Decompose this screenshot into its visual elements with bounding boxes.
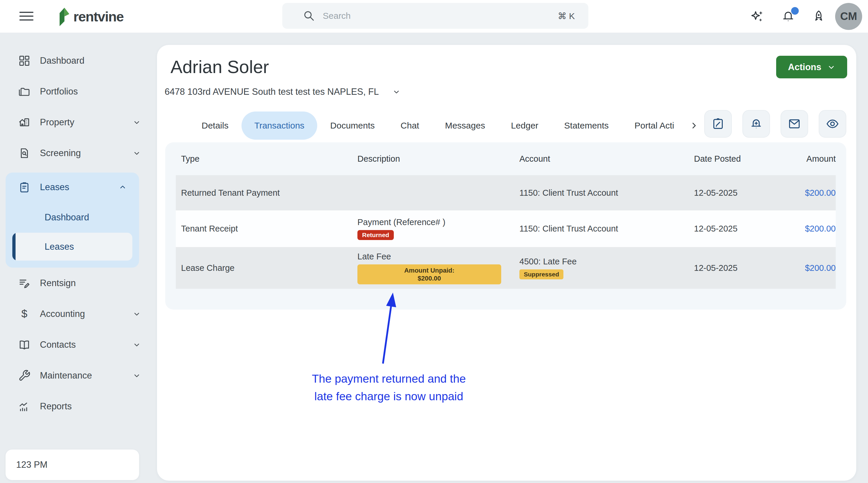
active-indicator-bar xyxy=(12,233,16,261)
topbar: rentvine Search ⌘ K CM xyxy=(0,0,868,33)
avatar-initials: CM xyxy=(840,10,857,23)
cell-type: Returned Tenant Payment xyxy=(176,188,358,198)
table-row[interactable]: Lease Charge Late Fee Amount Unpaid: $20… xyxy=(176,247,836,289)
sidebar-item-label: Rentsign xyxy=(40,278,76,289)
chart-icon xyxy=(18,400,31,413)
cell-date-posted: 12-05-2025 xyxy=(694,263,782,273)
rentvine-logo: rentvine xyxy=(55,6,124,26)
menu-icon[interactable] xyxy=(19,12,33,23)
table-row[interactable]: Tenant Receipt Payment (Reference# ) Ret… xyxy=(176,210,836,247)
sidebar-group-leases: Leases Dashboard Leases xyxy=(6,173,139,268)
sidebar-subitem-label: Dashboard xyxy=(44,212,89,223)
lease-address-selector[interactable]: 6478 103rd AVENUE South test test tes NA… xyxy=(165,87,401,97)
sidebar-subitem-leases-dashboard[interactable]: Dashboard xyxy=(6,202,139,233)
ai-sparkles-icon[interactable] xyxy=(750,9,765,24)
sidebar-item-screening[interactable]: Screening xyxy=(0,138,158,169)
column-header-description: Description xyxy=(358,154,519,164)
tab-label: Portal Acti xyxy=(634,121,674,130)
sidebar-clock: 123 PM xyxy=(6,450,139,480)
svg-text:$: $ xyxy=(22,308,27,320)
sidebar-item-label: Leases xyxy=(40,182,69,192)
sidebar-item-label: Maintenance xyxy=(40,370,92,381)
sidebar-item-rentsign[interactable]: Rentsign xyxy=(0,268,158,298)
actions-button-label: Actions xyxy=(788,62,822,72)
sidebar-item-contacts[interactable]: Contacts xyxy=(0,329,158,360)
lease-address: 6478 103rd AVENUE South test test tes NA… xyxy=(165,87,379,97)
tab-label: Ledger xyxy=(511,121,538,130)
account-text: 4500: Late Fee xyxy=(519,257,577,267)
tab-overflow-chevron-right-icon[interactable] xyxy=(689,120,699,131)
preview-button[interactable] xyxy=(819,110,846,138)
tab-documents[interactable]: Documents xyxy=(317,112,388,140)
send-mail-button[interactable] xyxy=(780,110,808,138)
sidebar-subitem-label: Leases xyxy=(44,241,74,252)
sidebar-item-maintenance[interactable]: Maintenance xyxy=(0,360,158,391)
chevron-down-icon xyxy=(132,118,142,127)
cell-date-posted: 12-05-2025 xyxy=(694,188,782,198)
sidebar-item-label: Screening xyxy=(40,148,81,158)
quick-action-buttons xyxy=(704,110,846,138)
sidebar-item-dashboard[interactable]: Dashboard xyxy=(0,45,158,76)
sidebar-subitem-leases-selected[interactable]: Leases xyxy=(12,233,132,261)
search-input[interactable]: Search ⌘ K xyxy=(282,3,588,29)
description-text: Payment (Reference# ) xyxy=(358,217,445,227)
tab-messages[interactable]: Messages xyxy=(432,112,498,140)
wrench-icon xyxy=(18,369,31,382)
sidebar-item-accounting[interactable]: $ Accounting xyxy=(0,298,158,329)
table-row[interactable]: Returned Tenant Payment 1150: Client Tru… xyxy=(176,175,836,210)
chevron-down-icon xyxy=(132,340,142,350)
add-reminder-button[interactable] xyxy=(742,110,770,138)
page-title: Adrian Soler xyxy=(170,57,269,77)
amount-link[interactable]: $200.00 xyxy=(805,188,836,198)
tab-details[interactable]: Details xyxy=(189,112,242,140)
sidebar-item-property[interactable]: Property xyxy=(0,107,158,138)
user-avatar[interactable]: CM xyxy=(835,3,862,30)
tab-label: Statements xyxy=(564,121,609,130)
sidebar-item-reports[interactable]: Reports xyxy=(0,391,158,422)
cell-type: Lease Charge xyxy=(176,263,358,273)
bell-plus-icon xyxy=(749,117,763,131)
rentsign-pen-icon xyxy=(18,277,31,289)
search-shortcut: ⌘ K xyxy=(558,11,575,21)
chevron-down-icon xyxy=(132,371,142,380)
chevron-down-icon xyxy=(392,87,401,96)
annotation-line-1: The payment returned and the xyxy=(280,370,497,388)
file-search-icon xyxy=(18,147,31,159)
cell-account: 4500: Late Fee Suppressed xyxy=(519,257,694,279)
sidebar-item-label: Portfolios xyxy=(40,86,78,97)
edit-note-button[interactable] xyxy=(704,110,732,138)
actions-button[interactable]: Actions xyxy=(776,56,847,78)
tab-ledger[interactable]: Ledger xyxy=(498,112,551,140)
tab-transactions[interactable]: Transactions xyxy=(242,112,317,140)
amount-unpaid-label: Amount Unpaid: xyxy=(404,267,454,274)
amount-unpaid-value: $200.00 xyxy=(417,275,441,282)
amount-link[interactable]: $200.00 xyxy=(805,263,836,273)
returned-badge: Returned xyxy=(358,230,394,240)
cell-account: 1150: Client Trust Account xyxy=(519,188,694,198)
property-house-icon xyxy=(18,116,31,128)
main-content-card: Adrian Soler 6478 103rd AVENUE South tes… xyxy=(157,45,856,481)
amount-link[interactable]: $200.00 xyxy=(805,224,836,233)
sidebar-item-leases[interactable]: Leases xyxy=(6,173,139,202)
cell-description: Late Fee Amount Unpaid: $200.00 xyxy=(358,252,519,284)
dollar-icon: $ xyxy=(18,308,31,320)
clipboard-icon xyxy=(18,181,31,193)
tab-label: Documents xyxy=(330,121,375,130)
cell-date-posted: 12-05-2025 xyxy=(694,224,782,234)
column-header-date-posted: Date Posted xyxy=(694,154,782,164)
table-header-row: Type Description Account Date Posted Amo… xyxy=(176,142,836,175)
tab-label: Chat xyxy=(401,121,419,130)
tab-portal-activity[interactable]: Portal Acti xyxy=(621,112,687,140)
eye-icon xyxy=(826,117,840,131)
rocket-icon[interactable] xyxy=(812,9,826,24)
sidebar-item-portfolios[interactable]: Portfolios xyxy=(0,76,158,107)
tab-chat[interactable]: Chat xyxy=(388,112,432,140)
clipboard-edit-icon xyxy=(711,117,725,131)
sidebar-item-label: Accounting xyxy=(40,309,85,319)
tab-statements[interactable]: Statements xyxy=(551,112,622,140)
sidebar-item-label: Property xyxy=(40,117,74,128)
tab-label: Messages xyxy=(445,121,485,130)
chevron-down-icon xyxy=(132,149,142,158)
sidebar-item-label: Dashboard xyxy=(40,56,85,66)
annotation-line-2: late fee charge is now unpaid xyxy=(280,388,497,405)
